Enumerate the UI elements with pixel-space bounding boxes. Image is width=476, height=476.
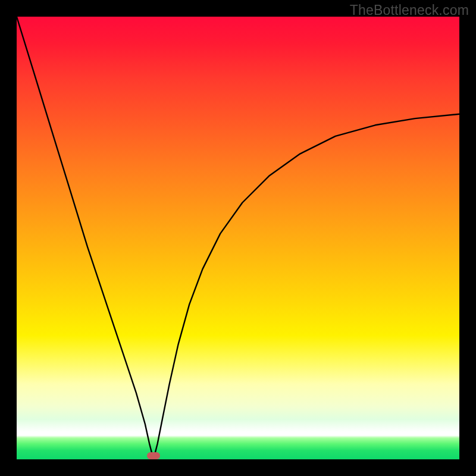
plot-area bbox=[17, 17, 459, 459]
watermark-text: TheBottleneck.com bbox=[350, 2, 469, 18]
curve-path bbox=[17, 17, 459, 459]
bottleneck-curve bbox=[17, 17, 459, 459]
optimal-marker-icon bbox=[147, 452, 160, 459]
chart-frame: TheBottleneck.com bbox=[0, 0, 476, 476]
